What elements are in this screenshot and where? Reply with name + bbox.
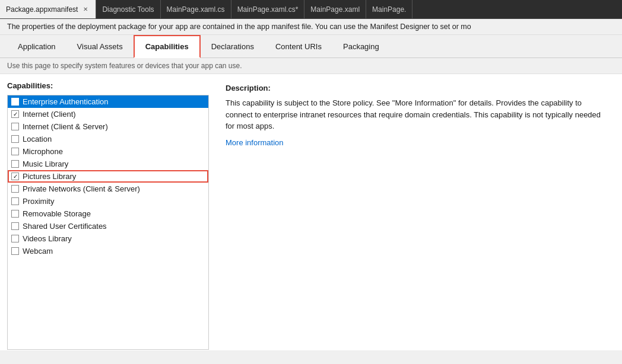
cap-webcam-checkbox[interactable] bbox=[11, 247, 19, 255]
cap-removable-storage[interactable]: Removable Storage bbox=[8, 207, 208, 220]
right-panel: Description: This capability is subject … bbox=[221, 81, 615, 343]
cap-internet-client[interactable]: ✓ Internet (Client) bbox=[8, 108, 208, 120]
cap-shared-user-certs[interactable]: Shared User Certificates bbox=[8, 220, 208, 232]
cap-private-networks-checkbox[interactable] bbox=[11, 185, 19, 193]
cap-music-library-label: Music Library bbox=[23, 159, 68, 168]
cap-proximity-checkbox[interactable] bbox=[11, 197, 19, 205]
cap-pictures-library[interactable]: ✓ Pictures Library bbox=[8, 170, 208, 183]
cap-pictures-library-checkbox[interactable]: ✓ bbox=[11, 173, 19, 180]
capabilities-title: Capabilities: bbox=[7, 81, 209, 90]
cap-videos-library-checkbox[interactable] bbox=[11, 235, 19, 242]
cap-webcam-label: Webcam bbox=[23, 247, 53, 256]
tab-mainpage-cs-label: MainPage.xaml.cs bbox=[167, 5, 225, 14]
tab-mainpage-cs2[interactable]: MainPage.xaml.cs* bbox=[231, 0, 305, 18]
left-panel: Capabilities: Enterprise Authentication … bbox=[7, 81, 209, 343]
cap-internet-client-checkbox[interactable]: ✓ bbox=[11, 110, 19, 118]
tab-mainpage-cs2-label: MainPage.xaml.cs* bbox=[237, 5, 299, 14]
tab-package-close[interactable]: ✕ bbox=[81, 5, 90, 14]
tab-mainpage2[interactable]: MainPage. bbox=[366, 0, 412, 18]
tab-mainpage-cs[interactable]: MainPage.xaml.cs bbox=[161, 0, 231, 18]
cap-webcam[interactable]: Webcam bbox=[8, 245, 208, 257]
info-bar: The properties of the deployment package… bbox=[0, 19, 622, 35]
cap-private-networks-label: Private Networks (Client & Server) bbox=[23, 184, 140, 193]
cap-internet-client-server-label: Internet (Client & Server) bbox=[23, 122, 108, 131]
tab-bar: Package.appxmanifest ✕ Diagnostic Tools … bbox=[0, 0, 622, 19]
cap-proximity-label: Proximity bbox=[23, 197, 54, 206]
cap-videos-library[interactable]: Videos Library bbox=[8, 232, 208, 245]
description-text: This capability is subject to the Store … bbox=[226, 97, 610, 132]
tab-content-uris[interactable]: Content URIs bbox=[265, 36, 332, 57]
sub-heading-text: Use this page to specify system features… bbox=[7, 62, 242, 70]
sub-heading: Use this page to specify system features… bbox=[0, 58, 622, 74]
capability-list: Enterprise Authentication ✓ Internet (Cl… bbox=[7, 95, 209, 350]
content-area: Capabilities: Enterprise Authentication … bbox=[0, 74, 622, 350]
cap-enterprise-auth[interactable]: Enterprise Authentication bbox=[8, 95, 208, 108]
nav-tabs: Application Visual Assets Capabilities D… bbox=[0, 35, 622, 58]
tab-mainpage-xaml-label: MainPage.xaml bbox=[310, 5, 360, 14]
tab-diagnostic-label: Diagnostic Tools bbox=[102, 5, 154, 14]
tab-diagnostic[interactable]: Diagnostic Tools bbox=[96, 0, 160, 18]
tab-declarations[interactable]: Declarations bbox=[201, 36, 265, 57]
tab-visual-assets[interactable]: Visual Assets bbox=[66, 36, 134, 57]
cap-microphone-label: Microphone bbox=[23, 147, 63, 156]
cap-microphone[interactable]: Microphone bbox=[8, 145, 208, 158]
cap-removable-storage-checkbox[interactable] bbox=[11, 210, 19, 218]
cap-internet-client-server-checkbox[interactable] bbox=[11, 123, 19, 130]
cap-internet-client-label: Internet (Client) bbox=[23, 110, 76, 119]
cap-location-label: Location bbox=[23, 135, 52, 143]
cap-proximity[interactable]: Proximity bbox=[8, 195, 208, 207]
tab-mainpage2-label: MainPage. bbox=[372, 5, 406, 14]
cap-shared-user-certs-checkbox[interactable] bbox=[11, 222, 19, 230]
tab-package-label: Package.appxmanifest bbox=[6, 5, 78, 14]
cap-music-library-checkbox[interactable] bbox=[11, 160, 19, 168]
cap-location[interactable]: Location bbox=[8, 133, 208, 145]
cap-private-networks[interactable]: Private Networks (Client & Server) bbox=[8, 183, 208, 195]
tab-capabilities[interactable]: Capabilities bbox=[134, 35, 201, 58]
tab-application[interactable]: Application bbox=[7, 36, 66, 57]
description-title: Description: bbox=[226, 84, 610, 92]
cap-internet-client-server[interactable]: Internet (Client & Server) bbox=[8, 120, 208, 133]
cap-enterprise-auth-checkbox[interactable] bbox=[11, 98, 19, 106]
cap-enterprise-auth-label: Enterprise Authentication bbox=[23, 97, 109, 106]
cap-location-checkbox[interactable] bbox=[11, 135, 19, 143]
cap-videos-library-label: Videos Library bbox=[23, 234, 72, 243]
tab-packaging[interactable]: Packaging bbox=[332, 36, 390, 57]
cap-microphone-checkbox[interactable] bbox=[11, 148, 19, 155]
tab-mainpage-xaml[interactable]: MainPage.xaml bbox=[304, 0, 366, 18]
cap-removable-storage-label: Removable Storage bbox=[23, 209, 91, 218]
info-bar-text: The properties of the deployment package… bbox=[7, 23, 471, 31]
more-information-link[interactable]: More information bbox=[226, 138, 284, 147]
cap-pictures-library-label: Pictures Library bbox=[23, 172, 76, 181]
cap-music-library[interactable]: Music Library bbox=[8, 158, 208, 170]
tab-package[interactable]: Package.appxmanifest ✕ bbox=[0, 0, 96, 18]
cap-shared-user-certs-label: Shared User Certificates bbox=[23, 222, 107, 231]
